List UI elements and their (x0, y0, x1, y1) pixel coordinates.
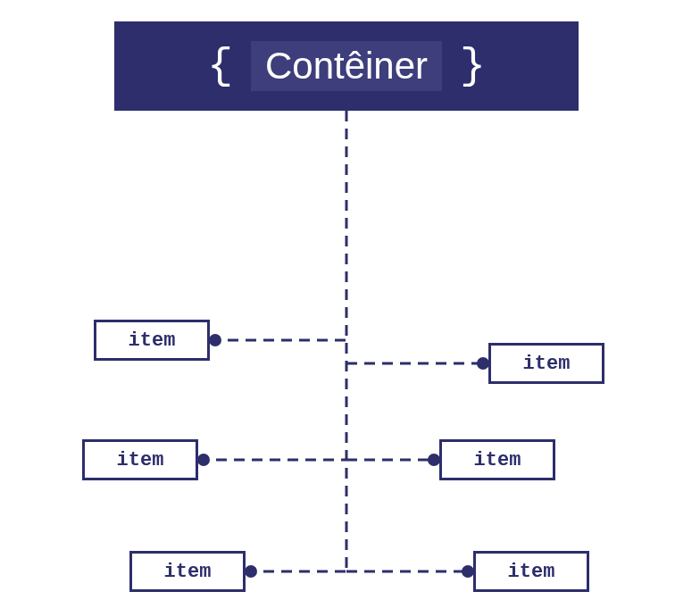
svg-point-8 (428, 454, 440, 466)
item-box-left-1: item (94, 320, 210, 361)
svg-point-12 (462, 565, 474, 578)
item-label: item (474, 449, 521, 471)
item-box-left-3: item (129, 551, 246, 592)
container-box: { Contêiner } (114, 21, 579, 111)
brace-left: { (207, 42, 233, 90)
item-label: item (117, 449, 164, 471)
item-label: item (129, 329, 176, 352)
container-label: Contêiner (251, 41, 442, 91)
item-box-right-2: item (439, 439, 555, 480)
item-label: item (523, 353, 571, 375)
item-box-left-2: item (82, 439, 198, 480)
svg-point-4 (477, 357, 489, 370)
item-label: item (164, 561, 212, 583)
item-box-right-1: item (488, 343, 604, 384)
brace-right: } (460, 42, 486, 90)
item-box-right-3: item (473, 551, 589, 592)
svg-point-10 (245, 565, 257, 578)
item-label: item (508, 561, 555, 583)
svg-point-2 (209, 334, 221, 346)
svg-point-6 (197, 454, 210, 466)
